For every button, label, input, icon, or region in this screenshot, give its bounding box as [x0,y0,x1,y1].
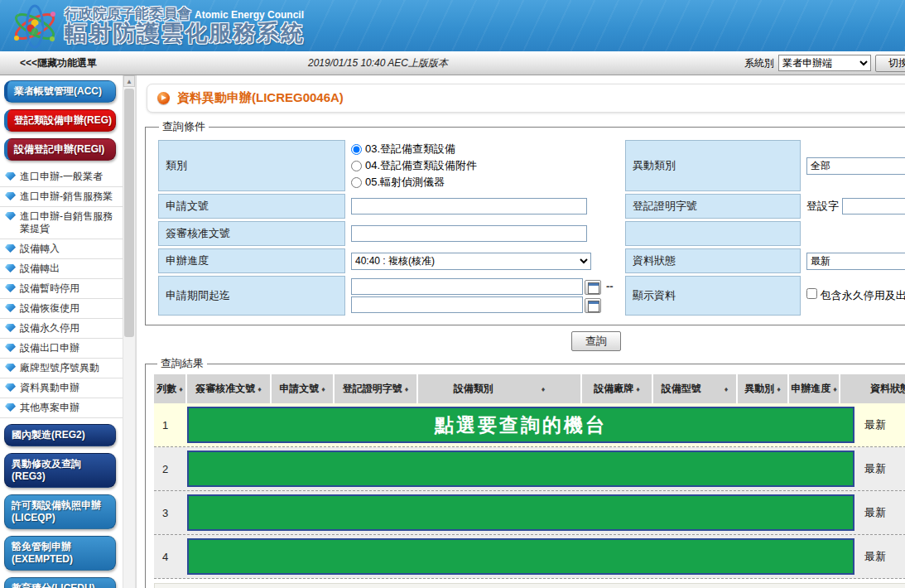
gem-icon [5,403,16,412]
row-number: 3 [154,507,187,519]
column-header-change-type[interactable]: 異動別♦ [738,374,787,403]
review-no-input[interactable] [351,225,587,242]
atom-logo-icon [10,2,60,51]
sidebar-item-transfer-out[interactable]: 設備轉出 [0,259,123,279]
category-option-05[interactable]: 05.輻射偵測儀器 [351,174,619,190]
row-number: 2 [154,463,187,475]
status-badge: 最新 [864,461,886,476]
table-row: 4 最新 [154,535,905,579]
category-label: 類別 [158,140,345,191]
include-disabled-label: 包含永久停用及出 [821,289,905,301]
sidebar-item-temp-disable[interactable]: 設備暫時停用 [0,279,123,299]
period-from-input[interactable] [351,278,583,295]
sidebar-scrollbar[interactable]: ▲ [123,75,136,588]
calendar-icon[interactable] [585,280,601,295]
category-radio-03[interactable] [351,144,362,155]
change-type-label: 異動類別 [625,140,801,191]
sidebar-item-import-self-sales[interactable]: 進口申辦-自銷售服務業提貨 [0,207,123,239]
search-button[interactable]: 查詢 [571,331,621,351]
column-header-equipment-brand[interactable]: 設備廠牌♦ [582,374,652,403]
application-no-input[interactable] [351,198,587,214]
sidebar-item-label: 設備出口申辦 [20,342,79,354]
sort-icon: ♦ [542,385,546,393]
column-header-application-no[interactable]: 申請文號♦ [272,374,333,403]
sidebar-button-reg[interactable]: 登記類設備申辦(REG) [4,109,116,132]
category-radio-04[interactable] [351,161,362,171]
empty-field-cell [803,221,905,246]
column-header-equipment-model[interactable]: 設備型號♦ [653,374,736,403]
period-separator: -- [606,280,614,292]
sidebar-item-other-project[interactable]: 其他專案申辦 [0,398,123,418]
include-disabled-checkbox[interactable] [806,288,817,299]
column-header-cert-no[interactable]: 登記證明字號♦ [335,374,416,403]
status-badge: 最新 [864,505,886,520]
cert-no-input[interactable] [842,198,905,214]
top-toolbar: <<<隱藏功能選單 2019/01/15 10:40 AEC上版版本 系統別 業… [0,51,905,75]
sidebar-button-reg3[interactable]: 異動修改及查詢(REG3) [4,453,116,488]
sidebar-item-import-general[interactable]: 進口申辦-一般業者 [0,167,123,187]
cert-no-label: 登記證明字號 [625,194,801,219]
sidebar-button-liceqp[interactable]: 許可類設備執照申辦(LICEQP) [4,494,116,529]
machine-annotation-overlay[interactable]: 點選要查詢的機台 [187,407,854,443]
progress-select[interactable]: 40:40 : 複核(核准) [351,253,591,270]
bullet-play-icon [157,92,170,104]
switch-button[interactable]: 切換 [875,55,905,72]
system-title: 輻射防護雲化服務系統 [65,22,305,45]
sidebar-button-licedu[interactable]: 教育積分(LICEDU) [4,577,116,588]
query-results-fieldset: 查詢結果 列數♦ 簽審核准文號♦ 申請文號♦ 登記證明字號♦ 設備類別♦ 設備廠… [145,356,905,588]
sidebar-item-label: 設備恢復使用 [20,302,79,315]
category-option-03[interactable]: 03.登記備查類設備 [351,141,619,157]
calendar-icon[interactable] [585,298,601,313]
sort-icon: ♦ [724,385,729,393]
data-status-select[interactable]: 最新 [806,253,905,270]
column-header-data-status[interactable]: 資料狀態 [840,374,905,403]
sidebar-item-export-apply[interactable]: 設備出口申辦 [0,339,123,359]
sidebar-item-data-change[interactable]: 資料異動申辦 [0,378,123,398]
column-header-review-no[interactable]: 簽審核准文號♦ [187,374,270,403]
system-type-select[interactable]: 業者申辦端 [778,55,871,71]
column-header-row-number[interactable]: 列數♦ [154,374,185,403]
category-radio-05[interactable] [351,177,362,188]
app-header: 行政院原子能委員會 Atomic Energy Council 輻射防護雲化服務… [0,0,905,51]
sidebar-button-regi[interactable]: 設備登記申辦(REGI) [4,138,116,161]
table-row: 2 最新 [154,447,905,491]
sidebar-menu: 業者帳號管理(ACC) 登記類設備申辦(REG) 設備登記申辦(REGI) 進口… [0,75,123,588]
system-type-label: 系統別 [744,56,774,70]
query-results-legend: 查詢結果 [157,356,207,371]
sort-icon: ♦ [833,385,837,393]
sidebar-item-import-sales[interactable]: 進口申辦-銷售服務業 [0,187,123,207]
sidebar-item-label: 資料異動申辦 [20,382,79,394]
sidebar-item-brand-model-change[interactable]: 廠牌型號序號異動 [0,359,123,378]
status-badge: 最新 [864,417,886,432]
machine-annotation-overlay[interactable] [187,494,854,531]
column-header-progress[interactable]: 申辦進度♦ [789,374,839,403]
gem-icon [5,212,16,220]
machine-annotation-overlay[interactable] [187,451,854,487]
gem-icon [5,344,16,352]
query-conditions-legend: 查詢條件 [159,119,209,134]
period-to-input[interactable] [351,296,583,313]
application-no-label: 申請文號 [158,194,345,219]
sidebar-item-transfer-in[interactable]: 設備轉入 [0,239,123,259]
sidebar-item-permanent-disable[interactable]: 設備永久停用 [0,319,123,339]
change-type-select[interactable]: 全部 [806,157,905,175]
machine-annotation-overlay[interactable] [187,538,854,575]
status-badge: 最新 [864,549,886,564]
sidebar-item-resume-use[interactable]: 設備恢復使用 [0,299,123,319]
hide-menu-link[interactable]: <<<隱藏功能選單 [20,56,97,70]
page-title: 資料異動申辦(LICREG0046A) [177,90,344,106]
row-number: 4 [154,551,187,563]
sidebar-button-exempted[interactable]: 豁免管制申辦(EXEMPTED) [4,536,116,571]
sidebar-button-reg2[interactable]: 國內製造(REG2) [4,424,116,446]
sidebar-button-acc[interactable]: 業者帳號管理(ACC) [4,80,116,103]
row-number: 1 [154,419,187,431]
scroll-up-icon[interactable]: ▲ [123,75,135,87]
sort-icon: ♦ [258,385,262,393]
scrollbar-thumb[interactable] [124,89,134,337]
gem-icon [5,172,16,181]
category-option-04[interactable]: 04.登記備查類設備附件 [351,157,619,174]
column-header-equipment-type[interactable]: 設備類別♦ [418,374,580,403]
sidebar-item-label: 廠牌型號序號異動 [20,362,99,374]
sort-icon: ♦ [777,385,781,393]
query-conditions-fieldset: 查詢條件 類別 03.登記備查類設備 04.登記備查類設備附件 [145,119,905,325]
